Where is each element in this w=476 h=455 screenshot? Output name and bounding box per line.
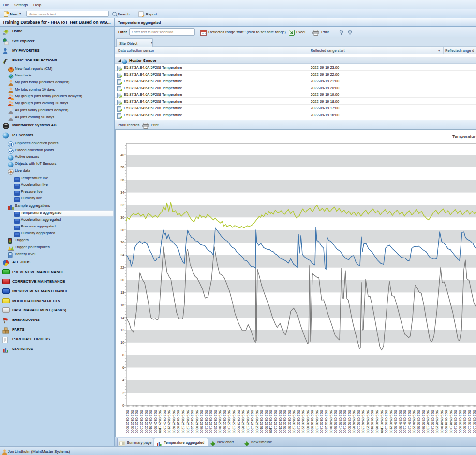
- svg-text:2022-09-01 0900: 2022-09-01 0900: [334, 410, 337, 433]
- svg-text:2022-09-07 0500: 2022-09-07 0500: [463, 410, 466, 433]
- svg-text:2022-09-04 1700: 2022-09-04 1700: [408, 410, 411, 433]
- svg-text:2022-09-01 1900: 2022-09-01 1900: [343, 410, 346, 433]
- svg-text:30: 30: [120, 216, 124, 219]
- svg-text:38: 38: [120, 166, 124, 169]
- svg-text:2022-08-23 1000: 2022-08-23 1000: [135, 410, 138, 433]
- svg-text:2022-09-07 1000: 2022-09-07 1000: [468, 410, 471, 433]
- svg-text:2022-09-06 1900: 2022-09-06 1900: [454, 410, 457, 433]
- svg-text:20: 20: [120, 278, 124, 282]
- svg-text:2022-08-25 2200: 2022-08-25 2200: [191, 410, 194, 433]
- svg-text:2022-08-31 1300: 2022-08-31 1300: [315, 410, 319, 433]
- svg-text:2022-08-23 1500: 2022-08-23 1500: [140, 410, 143, 433]
- svg-text:0: 0: [122, 404, 124, 407]
- svg-text:2022-08-29 0600: 2022-08-29 0600: [265, 410, 268, 433]
- svg-text:2022-08-30 2200: 2022-08-30 2200: [301, 410, 305, 433]
- svg-text:2022-08-30 1700: 2022-08-30 1700: [297, 410, 300, 433]
- svg-text:2022-09-04 0700: 2022-09-04 0700: [399, 410, 402, 433]
- svg-text:2022-08-24 0600: 2022-08-24 0600: [154, 410, 157, 433]
- svg-text:2022-08-27 0900: 2022-08-27 0900: [223, 410, 226, 433]
- svg-text:2022-08-31 1800: 2022-08-31 1800: [320, 410, 323, 433]
- svg-text:2022-08-27 0400: 2022-08-27 0400: [218, 410, 222, 433]
- svg-text:2022-09-02 2000: 2022-09-02 2000: [366, 410, 370, 433]
- svg-text:2022-09-03 2100: 2022-09-03 2100: [389, 410, 393, 433]
- svg-text:2022-09-04 1200: 2022-09-04 1200: [403, 410, 406, 433]
- svg-text:2022-09-03 0100: 2022-09-03 0100: [371, 410, 374, 433]
- svg-text:2022-08-29 2100: 2022-08-29 2100: [279, 410, 282, 433]
- svg-text:28: 28: [120, 228, 124, 232]
- svg-text:2022-09-02 1500: 2022-09-02 1500: [361, 410, 365, 433]
- svg-text:2022-09-06 0900: 2022-09-06 0900: [445, 410, 448, 433]
- svg-text:18: 18: [120, 291, 124, 294]
- svg-text:34: 34: [120, 191, 124, 194]
- svg-text:2022-09-05 0800: 2022-09-05 0800: [422, 410, 425, 433]
- svg-text:2022-08-28 2000: 2022-08-28 2000: [255, 410, 259, 433]
- svg-text:2022-09-02 1000: 2022-09-02 1000: [357, 410, 360, 433]
- svg-text:8: 8: [122, 353, 124, 357]
- svg-text:2022-09-03 1600: 2022-09-03 1600: [385, 410, 388, 433]
- svg-text:2022-08-31 0800: 2022-08-31 0800: [311, 410, 314, 433]
- svg-text:2022-08-24 1600: 2022-08-24 1600: [163, 410, 166, 433]
- svg-text:2022-08-27 1400: 2022-08-27 1400: [227, 410, 231, 433]
- svg-text:2022-08-25 0200: 2022-08-25 0200: [172, 410, 176, 433]
- svg-text:2022-08-28 1500: 2022-08-28 1500: [251, 410, 254, 433]
- svg-text:2022-09-03 1100: 2022-09-03 1100: [380, 410, 384, 433]
- svg-text:2022-08-25 1700: 2022-08-25 1700: [186, 410, 190, 433]
- svg-text:22: 22: [120, 266, 124, 269]
- svg-text:2022-08-25 1200: 2022-08-25 1200: [181, 410, 185, 433]
- svg-text:14: 14: [120, 316, 124, 319]
- svg-text:40: 40: [120, 153, 124, 157]
- svg-text:2022-09-05 1800: 2022-09-05 1800: [431, 410, 434, 433]
- svg-text:2022-08-24 0100: 2022-08-24 0100: [149, 410, 152, 433]
- svg-text:2022-08-25 0700: 2022-08-25 0700: [177, 410, 180, 433]
- svg-text:4: 4: [122, 379, 124, 382]
- svg-text:2022-09-02 0500: 2022-09-02 0500: [352, 410, 356, 433]
- svg-text:2022-09-06 0400: 2022-09-06 0400: [440, 410, 444, 433]
- svg-text:2022-08-30 1200: 2022-08-30 1200: [292, 410, 296, 433]
- svg-text:2022-09-05 2300: 2022-09-05 2300: [435, 410, 439, 433]
- svg-text:32: 32: [120, 203, 124, 207]
- svg-text:2022-08-29 1100: 2022-08-29 1100: [269, 410, 272, 433]
- svg-text:12: 12: [120, 328, 124, 332]
- svg-text:2022-09-04 0200: 2022-09-04 0200: [394, 410, 397, 433]
- svg-text:2022-09-05 0300: 2022-09-05 0300: [417, 410, 420, 433]
- svg-text:16: 16: [120, 303, 124, 307]
- svg-text:2022-08-23 2000: 2022-08-23 2000: [145, 410, 148, 433]
- svg-text:2022-08-27 1900: 2022-08-27 1900: [232, 410, 236, 433]
- svg-text:2022-08-26 1300: 2022-08-26 1300: [205, 410, 208, 433]
- svg-text:2022-08-26 1800: 2022-08-26 1800: [209, 410, 212, 433]
- svg-text:2022-09-01 1400: 2022-09-01 1400: [339, 410, 342, 433]
- svg-text:2022-08-28 1000: 2022-08-28 1000: [246, 410, 250, 433]
- svg-text:10: 10: [120, 341, 124, 344]
- svg-text:2022-08-26 0800: 2022-08-26 0800: [200, 410, 203, 433]
- svg-text:26: 26: [120, 241, 124, 244]
- svg-text:2022-08-28 0000: 2022-08-28 0000: [237, 410, 240, 433]
- svg-text:2022-08-31 2300: 2022-08-31 2300: [325, 410, 328, 433]
- svg-text:2022-09-06 1400: 2022-09-06 1400: [449, 410, 453, 433]
- svg-text:36: 36: [120, 178, 124, 182]
- svg-text:2022-08-29 0100: 2022-08-29 0100: [260, 410, 263, 433]
- svg-text:24: 24: [120, 253, 124, 257]
- svg-text:2022-09-05 1300: 2022-09-05 1300: [426, 410, 430, 433]
- svg-text:2022-08-23 0500: 2022-08-23 0500: [131, 410, 134, 433]
- svg-text:2022-09-01 0400: 2022-09-01 0400: [329, 410, 333, 433]
- svg-text:6: 6: [122, 366, 124, 369]
- svg-text:2022-09-02 0000: 2022-09-02 0000: [348, 410, 351, 433]
- svg-text:2: 2: [122, 391, 124, 394]
- svg-text:Temperature: Temperature: [452, 134, 476, 139]
- svg-text:2022-08-23 0000: 2022-08-23 0000: [126, 410, 129, 433]
- svg-text:2022-09-04 2200: 2022-09-04 2200: [412, 410, 416, 433]
- svg-text:2022-08-24 2100: 2022-08-24 2100: [167, 410, 171, 433]
- svg-text:2022-09-07 0000: 2022-09-07 0000: [459, 410, 462, 433]
- svg-text:2022-08-26 2300: 2022-08-26 2300: [214, 410, 217, 433]
- svg-text:2022-08-29 1600: 2022-08-29 1600: [274, 410, 277, 433]
- svg-text:2022-08-30 0200: 2022-08-30 0200: [283, 410, 286, 433]
- svg-text:2022-08-31 0300: 2022-08-31 0300: [306, 410, 310, 433]
- svg-text:2022-09-03 0600: 2022-09-03 0600: [375, 410, 379, 433]
- svg-text:2022-09-07 1500: 2022-09-07 1500: [473, 410, 476, 433]
- svg-text:2022-08-30 0700: 2022-08-30 0700: [288, 410, 291, 433]
- svg-text:2022-08-26 0300: 2022-08-26 0300: [195, 410, 199, 433]
- svg-text:2022-08-28 0500: 2022-08-28 0500: [241, 410, 245, 433]
- svg-text:2022-08-24 1100: 2022-08-24 1100: [158, 410, 162, 433]
